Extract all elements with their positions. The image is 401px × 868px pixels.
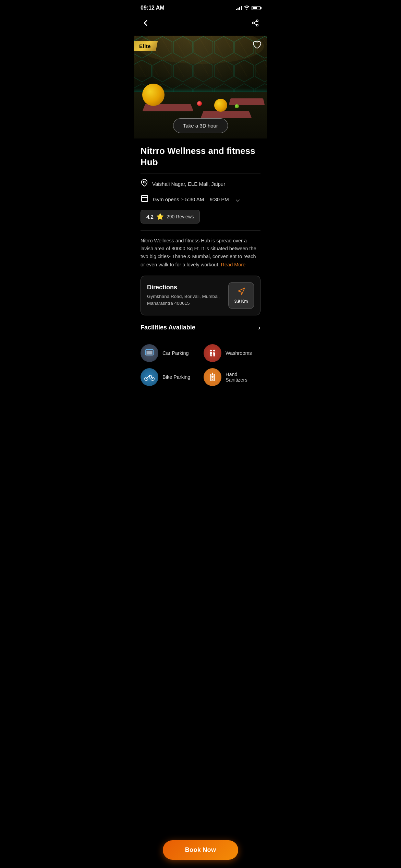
facilities-divider [141,337,260,337]
top-nav [134,14,267,36]
car-parking-icon [141,344,158,362]
calendar-icon [141,194,149,204]
share-button[interactable] [250,18,260,30]
svg-rect-17 [147,351,152,354]
star-icon: ⭐ [156,213,164,220]
status-icons [236,5,260,11]
sanitizer-icon [204,368,221,386]
washrooms-label: Washrooms [226,350,252,356]
wifi-icon [244,5,250,11]
hero-image: Elite Take a 3D hour [134,36,267,138]
hours-row: Gym opens :- 5:30 AM – 9:30 PM ⌵ [141,194,260,204]
hours-expand-button[interactable]: ⌵ [236,195,240,203]
navigate-button[interactable]: 3.9 Km [228,282,254,309]
facility-washrooms: Washrooms [204,344,260,362]
svg-rect-28 [212,373,213,375]
divider-2 [141,230,260,231]
svg-point-19 [210,349,212,351]
favorite-button[interactable] [252,40,262,52]
tour-button[interactable]: Take a 3D hour [173,118,228,133]
svg-point-23 [213,349,215,351]
sanitizer-label: Hand Sanitizers [226,372,260,383]
location-text: Vaishali Nagar, ELE Mall, Jaipur [152,181,225,187]
directions-info: Directions Gymkhana Road, Borivali, Mumb… [147,284,228,307]
location-icon [141,179,148,189]
facilities-grid: Car Parking Washrooms [141,344,260,420]
bike-parking-label: Bike Parking [162,374,190,380]
gym-description: Nitrro Wellness and fitness Hub is sprea… [141,237,260,269]
signal-icon [236,5,242,10]
back-button[interactable] [141,18,151,30]
bike-parking-icon [141,368,158,386]
svg-line-22 [211,354,211,357]
divider-1 [141,173,260,173]
directions-address: Gymkhana Road, Borivali, Mumbai, Maharas… [147,293,228,307]
svg-point-9 [143,181,145,183]
read-more-link[interactable]: Read More [221,262,246,267]
review-count: 290 Reviews [167,214,194,219]
car-parking-label: Car Parking [162,350,189,356]
facility-bike-parking: Bike Parking [141,368,197,386]
status-time: 09:12 AM [141,5,165,11]
facilities-title: Facilities Available [141,324,195,331]
svg-rect-20 [210,352,212,354]
facility-sanitizer: Hand Sanitizers [204,368,260,386]
hours-text: Gym opens :- 5:30 AM – 9:30 PM [153,196,229,202]
facility-car-parking: Car Parking [141,344,197,362]
distance-text: 3.9 Km [234,299,248,304]
svg-line-3 [254,23,256,25]
directions-card: Directions Gymkhana Road, Borivali, Mumb… [141,276,260,315]
directions-title: Directions [147,284,228,291]
facilities-expand-button[interactable]: › [258,324,260,331]
facilities-header: Facilities Available › [141,324,260,331]
elite-badge: Elite [134,41,158,51]
gym-title: Nitrro Wellness and fitness Hub [141,145,260,168]
washroom-icon [204,344,221,362]
status-bar: 09:12 AM [134,0,267,14]
main-content: Nitrro Wellness and fitness Hub Vaishali… [134,138,267,420]
battery-icon [252,6,260,10]
svg-marker-14 [238,288,245,294]
svg-point-26 [149,375,150,376]
book-now-container: Book Now [163,840,238,860]
rating-box: 4.2 ⭐ 290 Reviews [141,210,200,224]
svg-line-21 [210,354,210,357]
navigate-icon [237,287,245,298]
rating-number: 4.2 [146,214,154,220]
svg-rect-10 [142,195,148,202]
svg-line-4 [254,21,256,23]
location-row: Vaishali Nagar, ELE Mall, Jaipur [141,179,260,189]
book-now-button[interactable]: Book Now [163,840,238,860]
